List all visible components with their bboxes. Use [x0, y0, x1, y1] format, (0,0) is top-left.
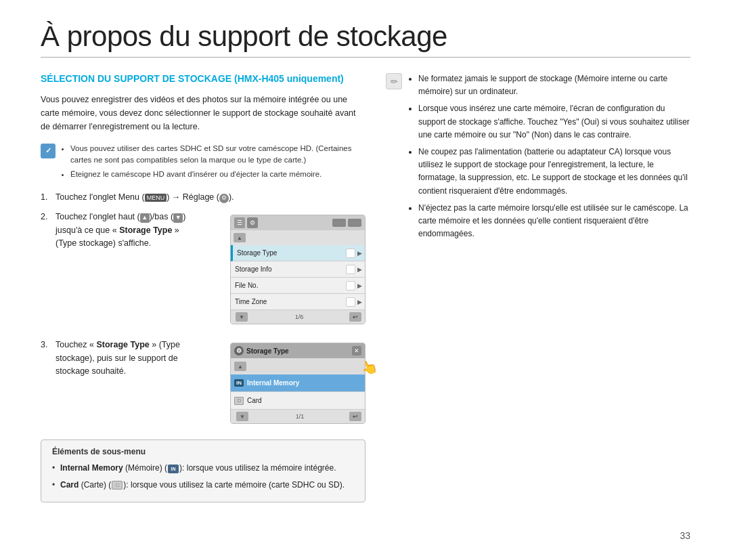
ss1-menu-icon: ☰ — [234, 217, 245, 228]
down-icon: ▼ — [173, 213, 183, 223]
ss1-row-1: Storage Type ▶ — [231, 245, 365, 261]
step-3-text: Touchez « Storage Type » (Type stockage)… — [56, 339, 202, 378]
ss2-up-btn: ▲ — [234, 362, 246, 371]
ss2-row-1: IN Internal Memory — [231, 374, 365, 392]
ss2-down-btn: ▼ — [236, 412, 248, 421]
submenu-item-1: • Internal Memory (Mémoire) (IN): lorsqu… — [52, 462, 354, 475]
note-content: Vous pouvez utiliser des cartes SDHC et … — [61, 143, 366, 183]
note-item-2: Éteignez le caméscope HD avant d'insérer… — [70, 169, 366, 181]
ss2-card-icon: □ — [234, 397, 244, 405]
ss1-row-2-arrow: ▶ — [357, 266, 365, 273]
left-column: SÉLECTION DU SUPPORT DE STOCKAGE (HMX-H4… — [41, 72, 366, 502]
ss2-page: 1/1 — [296, 413, 305, 420]
step-3: 3. Touchez « Storage Type » (Type stocka… — [41, 339, 202, 378]
screenshot-2-wrapper: ⚙ Storage Type ✕ ▲ IN — [215, 339, 366, 430]
title-divider — [41, 57, 690, 58]
ss1-header: ☰ ⚙ — [231, 215, 365, 230]
ss1-btn-2 — [348, 219, 361, 227]
ss1-up-btn: ▲ — [234, 233, 246, 242]
right-note-content: Ne formatez jamais le support de stockag… — [407, 72, 690, 244]
ss1-row-1-label: Storage Type — [233, 249, 346, 257]
ss2-row-2: □ Card — [231, 392, 365, 410]
step-1-number: 1. — [41, 191, 51, 204]
ss1-row-2-icon — [346, 265, 355, 274]
ss1-header-right — [332, 219, 361, 227]
right-note-item-1: Ne formatez jamais le support de stockag… — [418, 72, 690, 98]
submenu-box: Éléments de sous-menu • Internal Memory … — [41, 439, 366, 502]
step-2-block: 2. Touchez l'onglet haut (▲)/bas (▼) jus… — [41, 211, 366, 330]
ss1-row-3-arrow: ▶ — [357, 282, 365, 289]
ss1-row-3-icon — [346, 281, 355, 290]
section-heading: SÉLECTION DU SUPPORT DE STOCKAGE (HMX-H4… — [41, 72, 366, 86]
ss1-down-btn: ▼ — [236, 312, 248, 322]
ss2-footer: ▼ 1/1 ↩ — [231, 410, 365, 423]
card-icon: □ — [112, 481, 123, 490]
ss2-title: Storage Type — [246, 347, 289, 355]
in-icon: IN — [168, 465, 179, 473]
right-note-icon: ✏ — [386, 73, 402, 89]
ss1-gear-icon: ⚙ — [247, 217, 258, 228]
screenshot-1-wrapper: ☰ ⚙ ▲ — [215, 211, 366, 330]
ss1-row-4-arrow: ▶ — [357, 299, 365, 305]
ss1-btn-1 — [332, 219, 346, 227]
right-column: ✏ Ne formatez jamais le support de stock… — [386, 72, 690, 502]
up-icon: ▲ — [140, 213, 150, 223]
ss1-row-1-icon — [346, 249, 355, 258]
ss2-nav-up: ▲ — [231, 358, 365, 374]
step-2-number: 2. — [41, 211, 51, 250]
ss1-row-3: File No. ▶ — [231, 278, 365, 294]
ss1-row-2: Storage Info ▶ — [231, 261, 365, 278]
step-3-block: 3. Touchez « Storage Type » (Type stocka… — [41, 339, 366, 430]
right-note-item-2: Lorsque vous insérez une carte mémoire, … — [418, 102, 690, 142]
ss1-row-3-label: File No. — [231, 282, 346, 289]
submenu-title: Éléments de sous-menu — [52, 447, 354, 456]
ss2-close-btn: ✕ — [352, 346, 361, 356]
note-box: ✓ Vous pouvez utiliser des cartes SDHC e… — [41, 143, 366, 183]
ss1-header-icons: ☰ ⚙ — [234, 217, 258, 228]
right-note-item-3: Ne coupez pas l'alimentation (batterie o… — [418, 146, 690, 198]
bullet-1: • — [52, 462, 58, 475]
step-1: 1. Touchez l'onglet Menu (MENU) → Réglag… — [41, 191, 366, 204]
ss2-header: ⚙ Storage Type ✕ — [231, 343, 365, 358]
submenu-item-1-text: Internal Memory (Mémoire) (IN): lorsque … — [60, 462, 336, 475]
ss1-row-4: Time Zone ▶ — [231, 294, 365, 310]
ss2-header-label: ⚙ Storage Type — [234, 346, 289, 356]
step-2-text-block: 2. Touchez l'onglet haut (▲)/bas (▼) jus… — [41, 211, 202, 330]
page-title: À propos du support de stockage — [41, 20, 690, 53]
main-content: SÉLECTION DU SUPPORT DE STOCKAGE (HMX-H4… — [41, 72, 690, 502]
intro-text: Vous pouvez enregistrer des vidéos et de… — [41, 93, 366, 133]
step-1-text: Touchez l'onglet Menu (MENU) → Réglage (… — [56, 191, 366, 204]
step-2: 2. Touchez l'onglet haut (▲)/bas (▼) jus… — [41, 211, 202, 250]
ss2-gear-icon: ⚙ — [234, 346, 244, 356]
note-icon: ✓ — [41, 144, 56, 158]
right-note-box: ✏ Ne formatez jamais le support de stock… — [386, 72, 690, 244]
submenu-item-2-text: Card (Carte) (□): lorsque vous utilisez … — [60, 479, 345, 492]
ss2-row-1-label: Internal Memory — [247, 379, 299, 387]
step-3-number: 3. — [41, 339, 51, 378]
note-item-1: Vous pouvez utiliser des cartes SDHC et … — [70, 143, 366, 167]
menu-badge: MENU — [145, 194, 167, 202]
right-note-item-4: N'éjectez pas la carte mémoire lorsqu'el… — [418, 202, 690, 241]
settings-icon: ⚙ — [219, 194, 229, 203]
step-3-text-block: 3. Touchez « Storage Type » (Type stocka… — [41, 339, 202, 430]
ss2-row-2-label: Card — [247, 397, 262, 404]
page-number: 33 — [680, 530, 690, 541]
ss1-row-4-icon — [346, 297, 355, 307]
steps: 1. Touchez l'onglet Menu (MENU) → Réglag… — [41, 191, 366, 430]
page-container: À propos du support de stockage SÉLECTIO… — [0, 0, 731, 560]
screenshot-1: ☰ ⚙ ▲ — [230, 215, 366, 324]
ss1-row-1-arrow: ▶ — [357, 250, 365, 257]
submenu-item-2: • Card (Carte) (□): lorsque vous utilise… — [52, 479, 354, 492]
ss1-back-btn: ↩ — [349, 312, 361, 322]
ss1-row-4-label: Time Zone — [231, 298, 346, 305]
ss2-back-btn: ↩ — [349, 412, 361, 421]
ss1-footer: ▼ 1/6 ↩ — [231, 310, 365, 324]
bullet-2: • — [52, 479, 58, 492]
ss1-row-2-label: Storage Info — [231, 265, 346, 273]
step-2-text: Touchez l'onglet haut (▲)/bas (▼) jusqu'… — [56, 211, 202, 250]
ss2-row-1-badge: IN — [234, 379, 244, 387]
ss1-nav-up: ▲ — [231, 230, 365, 245]
screenshot-2: ⚙ Storage Type ✕ ▲ IN — [230, 343, 366, 424]
ss1-page: 1/6 — [295, 314, 304, 320]
